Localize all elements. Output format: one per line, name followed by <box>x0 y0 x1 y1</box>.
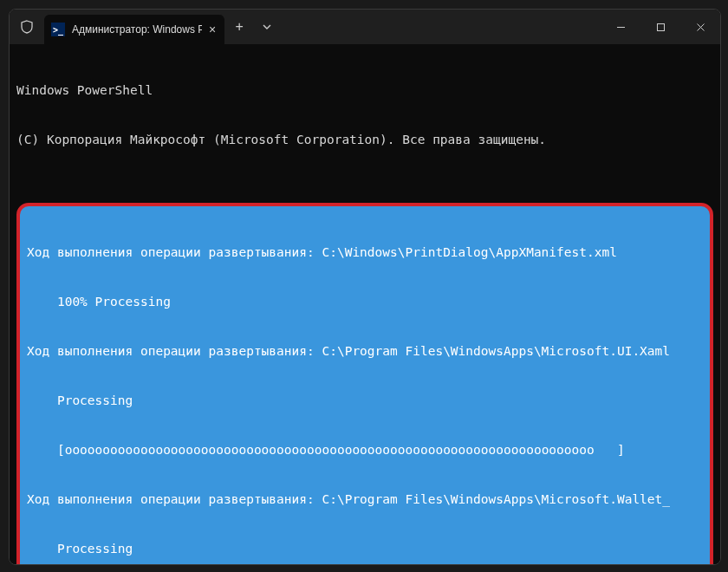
close-icon[interactable]: × <box>209 23 216 36</box>
progress-bar-line: [ooooooooooooooooooooooooooooooooooooooo… <box>27 442 703 458</box>
minimize-button[interactable] <box>601 10 640 44</box>
minimize-icon <box>616 23 626 32</box>
chevron-down-icon <box>263 23 271 31</box>
progress-line: Ход выполнения операции развертывания: C… <box>27 343 703 360</box>
progress-line: Processing <box>27 541 703 557</box>
app-menu-icon[interactable] <box>10 10 44 44</box>
tab-title: Администратор: Windows Po <box>72 23 202 36</box>
close-button[interactable] <box>680 10 720 44</box>
terminal-window: >_ Администратор: Windows Po × + Windows… <box>9 9 721 565</box>
svg-rect-0 <box>657 23 664 30</box>
titlebar: >_ Администратор: Windows Po × + <box>10 10 720 44</box>
close-icon <box>696 23 705 32</box>
deployment-progress-block: Ход выполнения операции развертывания: C… <box>16 203 713 564</box>
output-line: Windows PowerShell <box>16 82 713 99</box>
new-tab-button[interactable]: + <box>224 10 254 44</box>
maximize-button[interactable] <box>640 10 680 44</box>
tab-dropdown[interactable] <box>254 10 280 44</box>
progress-line: Processing <box>27 393 703 409</box>
tab-powershell[interactable]: >_ Администратор: Windows Po × <box>44 15 224 44</box>
terminal-body[interactable]: Windows PowerShell (С) Корпорация Майкро… <box>10 44 720 564</box>
powershell-icon: >_ <box>51 23 65 36</box>
output-line: (С) Корпорация Майкрософт (Microsoft Cor… <box>16 132 713 148</box>
shield-icon <box>20 20 34 34</box>
progress-line: Ход выполнения операции развертывания: C… <box>27 491 703 508</box>
maximize-icon <box>656 23 666 32</box>
progress-line: Ход выполнения операции развертывания: C… <box>27 244 703 261</box>
titlebar-drag-region[interactable] <box>280 10 601 44</box>
progress-line: 100% Processing <box>27 294 703 310</box>
